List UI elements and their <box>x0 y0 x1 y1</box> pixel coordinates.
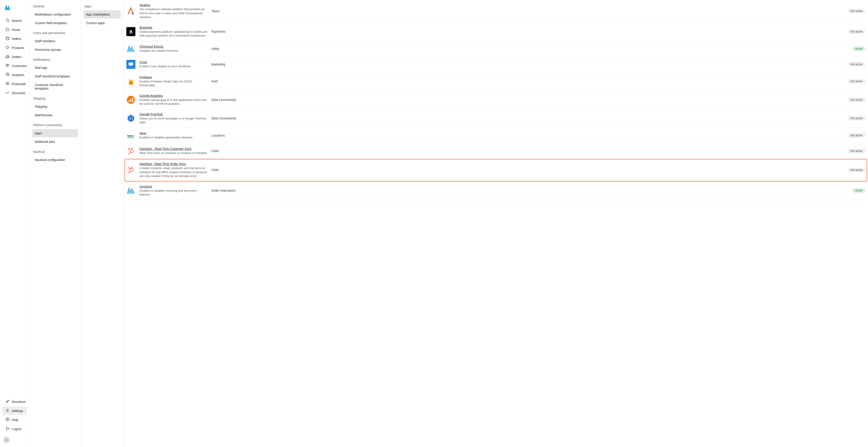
svg-line-1 <box>8 21 9 22</box>
apps-sidebar: Apps App marketplace Custom apps <box>81 0 124 447</box>
settings-sidebar: GeneralMarketplace configurationCustom f… <box>29 0 81 447</box>
app-name-link[interactable]: Google Pub/Sub <box>140 112 207 116</box>
nav-financials[interactable]: Financials <box>2 79 27 88</box>
settings-group-heading: General <box>32 4 78 10</box>
app-row[interactable]: CrispEnable Crisp chatbot on your storef… <box>126 57 865 72</box>
app-row[interactable]: HubSpot - Real-Time Customer SyncReal-Ti… <box>126 143 865 159</box>
app-name-link[interactable]: HubSpot - Real-Time Order Sync <box>140 162 207 166</box>
svg-point-26 <box>130 149 133 152</box>
app-icon: B <box>126 27 135 36</box>
settings-item[interactable]: Staff members <box>32 37 78 45</box>
nav-logout[interactable]: Logout <box>2 424 27 433</box>
app-row[interactable]: HubSpot - Real-Time Order SyncCreates co… <box>125 159 867 181</box>
settings-item[interactable]: Customer SendGrid templates <box>32 81 78 93</box>
apps-item-marketplace[interactable]: App marketplace <box>84 10 121 19</box>
user-avatar[interactable] <box>3 437 10 443</box>
app-name-link[interactable]: Checkout Events <box>140 45 207 48</box>
nav-label: Financials <box>12 82 26 86</box>
nav-settings[interactable]: Settings <box>2 406 27 415</box>
settings-item[interactable]: Marketplace configuration <box>32 10 78 19</box>
nav-label: Settings <box>12 409 23 413</box>
app-name-link[interactable]: Firebase <box>140 75 207 79</box>
app-row[interactable]: FirebaseEnables Firebase Single-Sign-On … <box>126 72 865 91</box>
app-category: CRM <box>211 149 844 153</box>
nav-label: Storefront <box>12 400 26 404</box>
settings-item[interactable]: Webhook jobs <box>32 138 78 146</box>
status-badge: Not active <box>848 98 865 102</box>
app-name-link[interactable]: Crisp <box>140 60 207 64</box>
svg-point-3 <box>6 64 8 66</box>
settings-item[interactable]: Shipping <box>32 103 78 111</box>
app-icon <box>126 60 135 69</box>
svg-line-32 <box>129 152 131 153</box>
nav-analytics[interactable]: Analytics <box>2 70 27 79</box>
app-marketplace-list: AvalaraTax compliance software platform … <box>124 0 868 447</box>
app-icon <box>126 186 135 195</box>
inbox-icon <box>5 55 9 59</box>
app-description: Real-Time Sync of customer to contacts i… <box>140 151 207 155</box>
settings-item[interactable]: Staff SendGrid templates <box>32 72 78 80</box>
app-row[interactable]: Google AnalyticsEnables saving gtag ID t… <box>126 91 865 109</box>
app-description: Enables or disables invoicing and docume… <box>140 189 207 197</box>
app-name-link[interactable]: Braintree <box>140 26 207 29</box>
brush-icon <box>5 399 9 404</box>
app-description: Enables Firebase Single-Sign-On (SSO) fu… <box>140 79 207 88</box>
settings-item[interactable]: Permission groups <box>32 45 78 54</box>
apps-item-custom[interactable]: Custom apps <box>84 19 121 27</box>
app-row[interactable]: BBraintreeGlobal payments platform speci… <box>126 23 865 41</box>
app-icon: here <box>126 131 135 140</box>
nav-storefront[interactable]: Storefront <box>2 397 27 406</box>
svg-rect-17 <box>130 99 131 102</box>
home-icon <box>5 27 9 32</box>
status-badge: Not active <box>848 29 865 34</box>
app-description: Enables or disables geolocation features <box>140 135 207 139</box>
nav-search[interactable]: Search <box>2 16 27 25</box>
status-badge: Not active <box>848 79 865 83</box>
trend-icon <box>5 91 9 95</box>
svg-rect-6 <box>6 82 9 85</box>
settings-item[interactable]: Warehouses <box>32 111 78 119</box>
settings-item[interactable]: Apps <box>32 129 78 137</box>
app-name-link[interactable]: HubSpot - Real-Time Customer Sync <box>140 147 207 150</box>
settings-item[interactable]: Nautical configuration <box>32 156 78 164</box>
app-row[interactable]: Google Pub/SubAllows you to send message… <box>126 109 865 128</box>
app-name-link[interactable]: Here <box>140 131 207 135</box>
app-row[interactable]: Checkout EventsAnalytics for hosted chec… <box>126 41 865 57</box>
logo[interactable] <box>0 3 29 16</box>
nav-help[interactable]: Help <box>2 415 27 424</box>
nav-discounts[interactable]: Discounts <box>2 89 27 97</box>
nav-label: Help <box>12 418 18 422</box>
nav-sellers[interactable]: Sellers <box>2 34 27 43</box>
settings-item[interactable]: Mail logs <box>32 64 78 72</box>
settings-group-heading: Platform connectivity <box>32 123 78 129</box>
app-icon <box>126 146 135 156</box>
app-row[interactable]: hereHereEnables or disables geolocation … <box>126 128 865 143</box>
nav-label: Logout <box>12 427 22 431</box>
nav-home[interactable]: Home <box>2 25 27 34</box>
svg-point-7 <box>7 83 8 84</box>
app-description: Analytics for hosted checkout. <box>140 49 207 53</box>
nav-label: Orders <box>12 55 22 59</box>
svg-point-34 <box>131 167 132 168</box>
svg-rect-16 <box>129 100 129 102</box>
app-category: Utility <box>211 47 848 50</box>
tag-icon <box>5 45 9 50</box>
nav-label: Discounts <box>12 91 26 95</box>
app-row[interactable]: InvoicingEnables or disables invoicing a… <box>126 181 865 200</box>
svg-text:B: B <box>129 29 133 35</box>
nav-orders[interactable]: Orders <box>2 53 27 61</box>
app-name-link[interactable]: Avalara <box>140 3 207 7</box>
search-icon <box>5 18 9 23</box>
settings-item[interactable]: Custom field templates <box>32 19 78 27</box>
app-name-link[interactable]: Google Analytics <box>140 94 207 98</box>
app-name-link[interactable]: Invoicing <box>140 185 207 188</box>
nav-products[interactable]: Products <box>2 43 27 52</box>
nav-label: Sellers <box>12 37 22 41</box>
app-category: Taxes <box>211 9 844 13</box>
status-badge: Not active <box>848 133 865 138</box>
settings-group-heading: Notifications <box>32 57 78 63</box>
primary-sidebar: Search Home Sellers Products Orders Cust… <box>0 0 29 447</box>
nav-customers[interactable]: Customers <box>2 61 27 70</box>
app-icon <box>126 95 135 104</box>
app-row[interactable]: AvalaraTax compliance software platform … <box>126 0 865 23</box>
